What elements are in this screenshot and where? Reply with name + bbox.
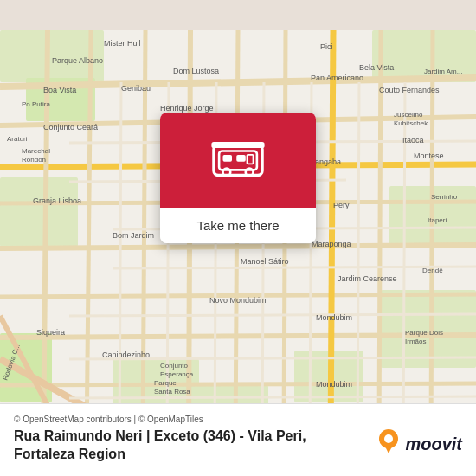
svg-text:Canindezinho: Canindezinho <box>102 351 150 359</box>
svg-text:Henrique Jorge: Henrique Jorge <box>160 104 214 113</box>
svg-text:Dendê: Dendê <box>422 267 443 274</box>
svg-text:Esperança: Esperança <box>160 370 194 378</box>
svg-point-95 <box>246 169 254 177</box>
svg-rect-96 <box>248 155 254 164</box>
route-name: Rua Raimundo Neri | Exceto (346) - Vila … <box>14 428 306 443</box>
svg-text:Boa Vista: Boa Vista <box>43 86 76 94</box>
svg-text:Bom Jardim: Bom Jardim <box>113 231 154 240</box>
svg-text:Itaoca: Itaoca <box>402 136 424 145</box>
svg-text:Serrinho: Serrinho <box>431 193 458 201</box>
svg-text:Genibau: Genibau <box>121 84 151 93</box>
svg-text:Irmãos: Irmãos <box>405 338 426 345</box>
svg-text:Parque Dois: Parque Dois <box>405 329 443 337</box>
svg-text:Manoel Sátiro: Manoel Sátiro <box>241 257 289 266</box>
take-me-there-button[interactable]: Take me there <box>160 208 316 243</box>
svg-text:Mister Hull: Mister Hull <box>104 39 141 48</box>
svg-rect-91 <box>211 142 264 148</box>
svg-text:Dom Lustosa: Dom Lustosa <box>173 67 219 75</box>
svg-text:Pici: Pici <box>320 42 333 51</box>
location-card: Take me there <box>160 113 316 243</box>
svg-text:Conjunto: Conjunto <box>160 362 189 370</box>
svg-text:Granja Lisboa: Granja Lisboa <box>33 196 81 205</box>
svg-text:Pan Americano: Pan Americano <box>311 74 363 82</box>
svg-text:Juscelino: Juscelino <box>394 111 423 119</box>
svg-text:Parque Albano: Parque Albano <box>52 56 103 65</box>
svg-text:Jardim Cearense: Jardim Cearense <box>338 274 397 283</box>
svg-point-98 <box>384 434 393 443</box>
svg-text:Marechal: Marechal <box>22 147 50 155</box>
svg-text:Parque: Parque <box>154 379 177 387</box>
svg-rect-92 <box>223 155 233 162</box>
svg-text:Pery: Pery <box>333 201 350 209</box>
moovit-pin-icon <box>379 429 398 455</box>
svg-text:Araturi: Araturi <box>7 135 28 143</box>
svg-text:Couto Fernandes: Couto Fernandes <box>379 86 440 94</box>
moovit-logo: moovit <box>379 429 462 459</box>
svg-text:Novo Mondubim: Novo Mondubim <box>209 296 267 305</box>
copyright-text: © OpenStreetMap contributors | © OpenMap… <box>14 415 462 424</box>
svg-marker-99 <box>384 445 393 453</box>
map-container: Mister Hull Pici Parque Albano Dom Lusto… <box>0 0 476 476</box>
svg-rect-93 <box>236 155 246 162</box>
svg-point-94 <box>223 169 231 177</box>
svg-text:Rondon: Rondon <box>22 156 46 164</box>
svg-line-37 <box>69 396 476 398</box>
svg-text:Jardim Am...: Jardim Am... <box>424 68 462 75</box>
svg-text:Conjunto Ceará: Conjunto Ceará <box>43 123 98 132</box>
svg-text:Mondubim: Mondubim <box>316 313 352 322</box>
svg-text:Kubitschek: Kubitschek <box>394 119 428 127</box>
svg-text:Mondubim: Mondubim <box>316 380 352 389</box>
svg-line-43 <box>357 82 359 446</box>
moovit-text: moovit <box>405 434 462 454</box>
region-name: Fortaleza Region <box>14 447 125 461</box>
svg-line-35 <box>69 314 476 316</box>
svg-text:Itaperi: Itaperi <box>428 216 447 224</box>
bus-stop-icon <box>208 130 268 190</box>
svg-text:Montese: Montese <box>414 151 444 160</box>
svg-text:Siqueira: Siqueira <box>36 328 65 337</box>
svg-rect-4 <box>0 177 78 247</box>
svg-text:Maraponga: Maraponga <box>312 240 351 248</box>
svg-line-38 <box>119 82 121 446</box>
svg-text:Bela Vista: Bela Vista <box>359 63 394 72</box>
svg-text:Po Putira: Po Putira <box>22 100 50 108</box>
card-icon-background <box>160 113 316 208</box>
svg-text:Santa Rosa: Santa Rosa <box>154 388 190 396</box>
